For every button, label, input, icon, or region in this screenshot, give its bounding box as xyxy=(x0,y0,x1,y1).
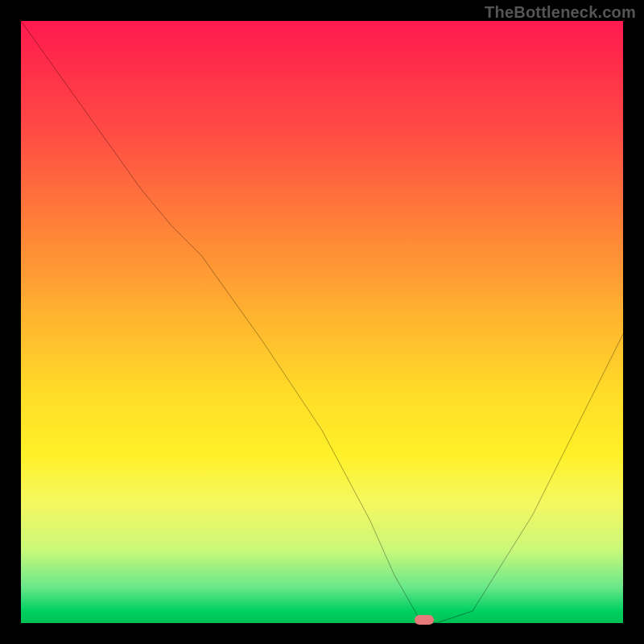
watermark-text: TheBottleneck.com xyxy=(485,3,636,22)
chart-frame: TheBottleneck.com xyxy=(0,0,644,644)
optimum-marker xyxy=(415,615,434,625)
bottleneck-curve xyxy=(21,21,623,623)
plot-area xyxy=(21,21,623,623)
